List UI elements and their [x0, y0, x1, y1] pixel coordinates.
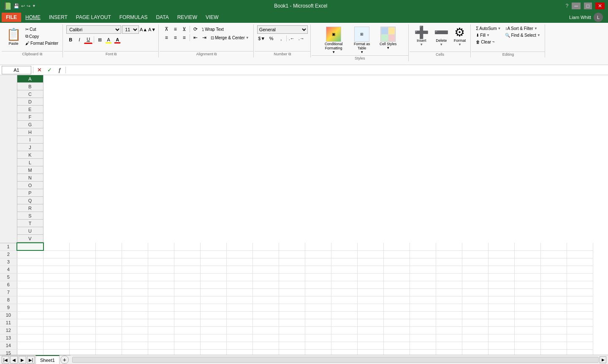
- underline-button[interactable]: U: [84, 35, 92, 44]
- cell-s12[interactable]: [489, 326, 515, 334]
- cell-m13[interactable]: [331, 334, 358, 342]
- cell-j5[interactable]: [253, 273, 279, 281]
- cell-p13[interactable]: [410, 334, 436, 342]
- format-table-dropdown[interactable]: ▼: [360, 50, 364, 54]
- cell-b7[interactable]: [43, 288, 70, 296]
- cell-j6[interactable]: [253, 281, 279, 288]
- cell-o9[interactable]: [384, 304, 410, 311]
- copy-button[interactable]: ⧉ Copy: [24, 33, 60, 40]
- cell-q1[interactable]: [436, 243, 462, 250]
- find-select-button[interactable]: 🔍 Find & Select ▼: [503, 32, 542, 38]
- cell-h4[interactable]: [201, 266, 227, 273]
- cell-h12[interactable]: [201, 326, 227, 334]
- row-number-15[interactable]: 15: [0, 349, 17, 355]
- font-size-select[interactable]: 8910 111214: [122, 25, 139, 34]
- cell-p11[interactable]: [410, 319, 436, 326]
- sort-dropdown[interactable]: ▼: [534, 27, 537, 30]
- row-number-2[interactable]: 2: [0, 250, 17, 258]
- cell-g14[interactable]: [174, 342, 201, 349]
- cell-n5[interactable]: [358, 273, 384, 281]
- cell-r5[interactable]: [462, 273, 489, 281]
- col-header-r[interactable]: R: [17, 204, 43, 212]
- col-header-b[interactable]: B: [17, 83, 43, 90]
- cell-o13[interactable]: [384, 334, 410, 342]
- cell-e6[interactable]: [122, 281, 148, 288]
- col-header-t[interactable]: T: [17, 220, 43, 227]
- cell-c4[interactable]: [70, 266, 96, 273]
- cell-q11[interactable]: [436, 319, 462, 326]
- row-number-3[interactable]: 3: [0, 258, 17, 266]
- cell-h7[interactable]: [201, 288, 227, 296]
- cell-n15[interactable]: [358, 349, 384, 355]
- cell-l4[interactable]: [305, 266, 331, 273]
- cell-j10[interactable]: [253, 311, 279, 319]
- cell-i9[interactable]: [227, 304, 253, 311]
- horizontal-scrollbar-track[interactable]: [72, 357, 599, 363]
- cell-j11[interactable]: [253, 319, 279, 326]
- cell-g15[interactable]: [174, 349, 201, 355]
- increase-font-size-button[interactable]: A▲: [140, 26, 147, 33]
- col-header-h[interactable]: H: [17, 128, 43, 136]
- insert-function-button[interactable]: ƒ: [55, 66, 64, 74]
- cell-k6[interactable]: [279, 281, 305, 288]
- cell-f13[interactable]: [148, 334, 174, 342]
- autosum-dropdown[interactable]: ▼: [498, 27, 501, 30]
- cell-d2[interactable]: [96, 250, 122, 258]
- cell-s2[interactable]: [489, 250, 515, 258]
- cell-h14[interactable]: [201, 342, 227, 349]
- cell-o1[interactable]: [384, 243, 410, 250]
- cell-e10[interactable]: [122, 311, 148, 319]
- cell-a13[interactable]: [17, 334, 43, 342]
- cell-c12[interactable]: [70, 326, 96, 334]
- cell-k7[interactable]: [279, 288, 305, 296]
- cell-f15[interactable]: [148, 349, 174, 355]
- font-expand-icon[interactable]: ⧉: [114, 52, 117, 56]
- cell-s14[interactable]: [489, 342, 515, 349]
- format-dropdown[interactable]: ▼: [458, 43, 461, 46]
- help-icon[interactable]: ?: [566, 3, 569, 9]
- cell-v3[interactable]: [567, 258, 593, 266]
- cell-q4[interactable]: [436, 266, 462, 273]
- cell-g9[interactable]: [174, 304, 201, 311]
- cell-v9[interactable]: [567, 304, 593, 311]
- cell-j7[interactable]: [253, 288, 279, 296]
- cell-l5[interactable]: [305, 273, 331, 281]
- cell-c2[interactable]: [70, 250, 96, 258]
- fill-color-button[interactable]: A: [104, 35, 113, 44]
- font-name-select[interactable]: Calibri Arial Times New Roman: [66, 25, 121, 34]
- text-angle-button[interactable]: ⟳: [191, 25, 200, 33]
- align-middle-button[interactable]: ≡: [171, 25, 179, 33]
- align-top-button[interactable]: ⊼: [162, 25, 171, 33]
- cell-n4[interactable]: [358, 266, 384, 273]
- cell-d15[interactable]: [96, 349, 122, 355]
- cell-styles-button[interactable]: Cell Styles ▼: [377, 25, 400, 51]
- cell-e2[interactable]: [122, 250, 148, 258]
- cell-l7[interactable]: [305, 288, 331, 296]
- confirm-formula-button[interactable]: ✓: [45, 66, 54, 74]
- cell-r12[interactable]: [462, 326, 489, 334]
- cell-v14[interactable]: [567, 342, 593, 349]
- cell-i7[interactable]: [227, 288, 253, 296]
- cell-s13[interactable]: [489, 334, 515, 342]
- cell-p14[interactable]: [410, 342, 436, 349]
- sheet-tab-sheet1[interactable]: Sheet1: [35, 355, 60, 364]
- minimize-btn[interactable]: ─: [572, 3, 581, 9]
- cell-e7[interactable]: [122, 288, 148, 296]
- cell-h3[interactable]: [201, 258, 227, 266]
- cell-d6[interactable]: [96, 281, 122, 288]
- cell-q13[interactable]: [436, 334, 462, 342]
- cell-m1[interactable]: [331, 243, 358, 250]
- cell-v6[interactable]: [567, 281, 593, 288]
- cell-s8[interactable]: [489, 296, 515, 304]
- cell-k1[interactable]: [279, 243, 305, 250]
- cell-s3[interactable]: [489, 258, 515, 266]
- row-number-7[interactable]: 7: [0, 288, 17, 296]
- cell-i11[interactable]: [227, 319, 253, 326]
- cell-c15[interactable]: [70, 349, 96, 355]
- cell-v10[interactable]: [567, 311, 593, 319]
- autosum-button[interactable]: Σ AutoSum ▼: [474, 25, 502, 32]
- sheet-nav-next[interactable]: ▶: [19, 356, 26, 364]
- cell-c1[interactable]: [70, 243, 96, 250]
- col-header-f[interactable]: F: [17, 113, 43, 121]
- cell-h8[interactable]: [201, 296, 227, 304]
